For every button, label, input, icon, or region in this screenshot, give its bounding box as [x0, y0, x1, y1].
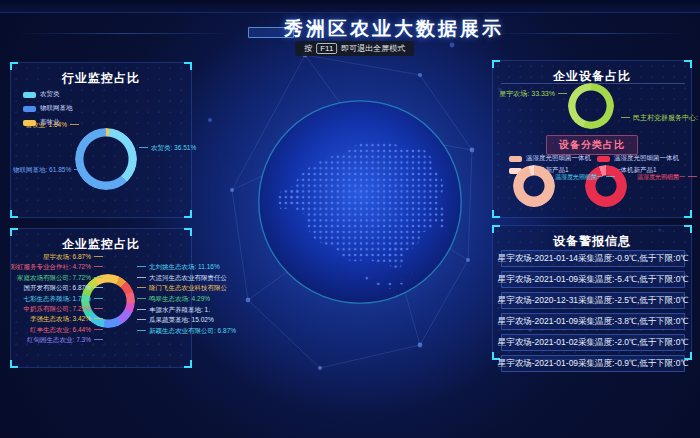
panel-enterprise: 企业监控占比 星宇农场: 6.87% 彩虹服务专业合作社: 4.72% 家庭农场…	[10, 228, 192, 368]
corner-bracket	[492, 225, 500, 233]
slice-label: 鸣翠生态农场: 4.29%	[137, 295, 210, 306]
panel-title: 企业监控占比	[11, 236, 191, 253]
slice-label: 温湿度光照细菌一	[555, 173, 603, 181]
legend-item[interactable]: 物联网基地	[23, 104, 73, 113]
slice-label: 彩虹服务专业合作社: 4.72%	[10, 263, 103, 273]
panel-title: 设备警报信息	[493, 233, 691, 250]
corner-bracket	[10, 62, 18, 70]
header-line-right	[492, 33, 687, 34]
slice-label: 七彩生态养殖场: 1.72%	[23, 295, 103, 305]
legend-item[interactable]: 农贸类	[23, 90, 73, 99]
top-bar	[0, 0, 700, 13]
tip-prefix: 按	[304, 43, 312, 54]
slice-label: 红丰生态农业: 6.44%	[30, 326, 103, 336]
corner-bracket	[184, 62, 192, 70]
corner-bracket	[10, 210, 18, 218]
corner-bracket	[684, 210, 692, 218]
enterprise-labels-left: 星宇农场: 6.87% 彩虹服务专业合作社: 4.72% 家庭农场有限公司: 7…	[13, 253, 103, 347]
alarm-row: 星宇农场-2021-01-14采集温度:-0.9℃,低于下限:0℃	[501, 250, 685, 267]
slice-label: 国开发有限公司: 6.87%	[23, 284, 103, 294]
slice-label: 农贸类: 36.51%	[139, 144, 196, 152]
legend-label: 温湿度光照细菌一体机	[614, 154, 679, 163]
slice-label: 家庭农场有限公司: 7.72%	[17, 274, 103, 284]
category-donut-right[interactable]	[585, 165, 627, 207]
dashboard: 秀洲区农业大数据展示 按 F11 即可退出全屏模式 行业监控占比 农贸类 物联网…	[0, 0, 700, 438]
legend-label: 物联网基地	[40, 104, 73, 113]
alarm-row: 星宇农场-2021-01-09采集温度:-5.4℃,低于下限:0℃	[501, 271, 685, 288]
legend-item[interactable]: 温湿度光照细菌一体机	[597, 154, 679, 163]
legend-swatch-salmon	[509, 156, 522, 162]
corner-bracket	[684, 225, 692, 233]
slice-label: 北刘姚生态农场: 11.16%	[137, 263, 220, 274]
corner-bracket	[184, 360, 192, 368]
slice-label: 隆门飞生态农业科技有限公	[137, 284, 227, 295]
corner-bracket	[184, 210, 192, 218]
slice-label: 星宇农场: 33.33%	[495, 90, 567, 98]
slice-label: 民主村党群服务中心:	[621, 114, 698, 122]
globe	[254, 96, 466, 308]
device-donut-chart[interactable]	[568, 83, 614, 129]
legend-label: 农贸类	[40, 90, 60, 99]
slice-label: 畜牧业: 1.64%	[17, 121, 79, 129]
corner-bracket	[684, 60, 692, 68]
enterprise-labels-right: 北刘姚生态农场: 11.16% 大运河生态农业有限责任公 隆门飞生态农业科技有限…	[137, 263, 211, 338]
panel-title: 行业监控占比	[11, 70, 191, 87]
panel-alarms: 设备警报信息 星宇农场-2021-01-14采集温度:-0.9℃,低于下限:0℃…	[492, 225, 692, 360]
category-donut-left[interactable]	[513, 165, 555, 207]
legend-label: 温湿度光照细菌一体机	[526, 154, 591, 163]
legend-swatch-blue	[23, 106, 36, 112]
corner-bracket	[10, 228, 18, 236]
slice-label: 大运河生态农业有限责任公	[137, 274, 227, 285]
alarm-row: 星宇农场-2020-12-31采集温度:-2.5℃,低于下限:0℃	[501, 292, 685, 309]
slice-label: 李强生态农场: 3.42%	[30, 315, 103, 325]
alarm-row: 星宇农场-2021-01-02采集温度:-2.0℃,低于下限:0℃	[501, 334, 685, 351]
tip-suffix: 即可退出全屏模式	[341, 43, 405, 54]
slice-label: 物联网基地: 61.85%	[13, 166, 73, 174]
corner-bracket	[10, 360, 18, 368]
industry-donut-chart[interactable]	[75, 128, 137, 190]
header-line-left	[18, 33, 233, 34]
alarm-row: 星宇农场-2021-01-09采集温度:-3.8℃,低于下限:0℃	[501, 313, 685, 330]
corner-bracket	[492, 210, 500, 218]
slice-label: 温湿度光照细菌一	[637, 173, 689, 181]
page-title: 秀洲区农业大数据展示	[284, 16, 504, 42]
alarm-list: 星宇农场-2021-01-14采集温度:-0.9℃,低于下限:0℃ 星宇农场-2…	[501, 250, 685, 372]
slice-label: 新颖生态农业有限公司: 6.87%	[137, 327, 236, 338]
f11-keycap: F11	[316, 43, 337, 54]
fullscreen-tip: 按 F11 即可退出全屏模式	[295, 41, 414, 56]
corner-bracket	[184, 228, 192, 236]
alarm-row: 星宇农场-2021-01-09采集温度:-0.9℃,低于下限:0℃	[501, 355, 685, 372]
corner-bracket	[492, 60, 500, 68]
slice-label: 丰源水产养殖基地: 1.	[137, 306, 210, 317]
slice-label: 红甸园生态农业: 7.3%	[27, 336, 103, 346]
legend-swatch-red	[597, 156, 610, 162]
slice-label: 中奶乐有限公司: 7.29%	[23, 305, 103, 315]
panel-device: 企业设备占比 星宇农场: 33.33% 民主村党群服务中心: 设备分类占比 温湿…	[492, 60, 692, 218]
slice-label: 瓜果蔬菜基地: 15.02%	[137, 316, 214, 327]
slice-label: 星宇农场: 6.87%	[43, 253, 103, 263]
category-title: 设备分类占比	[546, 135, 638, 155]
legend-swatch-cyan	[23, 92, 36, 98]
legend-item[interactable]: 温湿度光照细菌一体机	[509, 154, 591, 163]
panel-industry: 行业监控占比 农贸类 物联网基地 畜牧业 畜牧业: 1.64% 农贸类: 36.…	[10, 62, 192, 218]
